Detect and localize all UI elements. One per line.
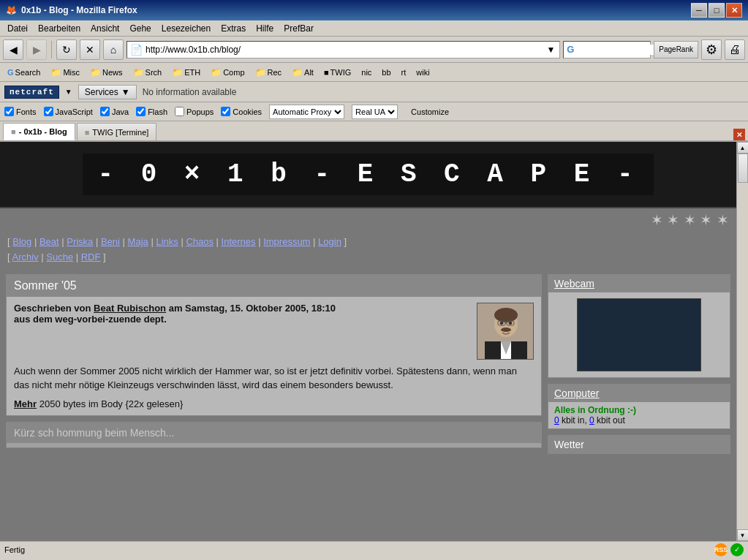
main-right: Webcam Computer Alles in Ord [548,274,730,454]
tab-blog[interactable]: ■ - 0x1b - Blog [3,123,75,140]
minimize-button[interactable]: ─ [691,3,707,18]
pref-java: Java [100,107,129,116]
nav-blog[interactable]: Blog [12,236,31,247]
title-bar-buttons: ─ □ ✕ [691,3,742,18]
blog-post-dept: aus dem weg-vorbei-zuende dept. [14,314,469,325]
scroll-track[interactable] [737,154,749,529]
address-dropdown[interactable]: ▼ [545,45,556,55]
nav-impressum[interactable]: Impressum [263,236,310,247]
status-icons: RSS ✓ [714,543,744,556]
tab-label-blog: - 0x1b - Blog [19,127,67,136]
bookmark-alt[interactable]: 📁 Alt [287,66,318,79]
menu-lesezeichen[interactable]: Lesezeichen [157,22,215,35]
partial-post-title: Kürz sch hommung beim Mensch... [7,423,541,443]
nav-rdf[interactable]: RDF [81,251,101,262]
mehr-link[interactable]: Mehr [14,398,37,409]
nav-suche[interactable]: Suche [46,251,73,262]
fonts-checkbox[interactable] [4,107,14,116]
webcam-widget: Webcam [548,274,730,378]
bookmark-bb[interactable]: bb [377,67,395,78]
computer-status: Alles in Ordnung :-) 0 kbit in, 0 kbit o… [554,405,724,425]
printer-button[interactable]: 🖨 [725,39,745,60]
nav-priska[interactable]: Priska [67,236,93,247]
flash-checkbox[interactable] [136,107,146,116]
gear-button[interactable]: ⚙ [701,39,722,60]
bookmark-comp[interactable]: 📁 Comp [206,66,249,79]
menu-bearbeiten[interactable]: Bearbeiten [34,22,85,35]
menu-gehe[interactable]: Gehe [125,22,155,35]
nav-login[interactable]: Login [318,236,341,247]
scroll-up-button[interactable]: ▲ [737,142,749,154]
footer-rest: 2050 bytes im Body {22x gelesen} [39,398,184,409]
tab-label-twig: TWIG [Termine] [92,128,148,137]
wetter-widget: Wetter [548,435,730,454]
folder-icon: 📁 [133,67,144,77]
menu-ansicht[interactable]: Ansicht [86,22,124,35]
forward-button[interactable]: ▶ [26,39,47,60]
nav-chaos[interactable]: Chaos [186,236,214,247]
scroll-down-button[interactable]: ▼ [737,529,749,541]
bookmark-wiki[interactable]: wiki [412,67,434,78]
title-bar: 🦊 0x1b - Blog - Mozilla Firefox ─ □ ✕ [0,0,748,20]
search-box: G [563,41,651,58]
menu-hilfe[interactable]: Hilfe [252,22,278,35]
menu-extras[interactable]: Extras [216,22,250,35]
blog-post-body: Geschrieben von Beat Rubischon am Samsta… [7,297,541,415]
stop-button[interactable]: ✕ [80,39,100,60]
folder-icon: 📁 [50,67,61,77]
page-area: - 0 × 1 b - E S C A P E - ✶ ✶ ✶ ✶ ✶ [ Bl… [0,142,736,541]
bookmark-misc[interactable]: 📁 Misc [46,66,84,79]
nav-beni[interactable]: Beni [101,236,120,247]
ua-select[interactable]: Real UA IE 6 Firefox [352,105,398,119]
cookies-checkbox[interactable] [221,107,230,116]
scroll-thumb[interactable] [738,154,748,183]
menu-prefbar[interactable]: PrefBar [279,22,318,35]
netcraft-dropdown-arrow[interactable]: ▼ [65,88,72,96]
javascript-checkbox[interactable] [44,107,53,116]
bookmark-search[interactable]: G Search [3,67,45,78]
bookmark-news[interactable]: 📁 News [86,66,127,79]
customize-button[interactable]: Customize [405,106,455,118]
cookies-label: Cookies [233,107,262,116]
title-bar-left: 🦊 0x1b - Blog - Mozilla Firefox [6,5,137,15]
menu-datei[interactable]: Datei [3,22,32,35]
webcam-link[interactable]: Webcam [554,278,594,290]
kbit-in-link[interactable]: 0 [554,415,559,425]
java-checkbox[interactable] [100,107,110,116]
bookmark-twig[interactable]: ■ TWIG [320,67,355,78]
pref-cookies: Cookies [221,107,262,116]
services-button[interactable]: Services ▼ [78,85,137,99]
back-button[interactable]: ◀ [3,39,23,60]
author-link[interactable]: Beat Rubischon [94,303,166,314]
nav-links[interactable]: Links [156,236,178,247]
computer-title: Computer [548,385,730,402]
nav-maja[interactable]: Maja [128,236,148,247]
flash-label: Flash [148,107,167,116]
nav-archiv[interactable]: Archiv [12,251,39,262]
address-input[interactable] [146,45,545,55]
kbit-out-link[interactable]: 0 [589,415,594,425]
proxy-select[interactable]: Automatic Proxy No Proxy Manual Proxy [269,105,344,119]
nav-internes[interactable]: Internes [222,236,256,247]
bookmark-eth[interactable]: 📁 ETH [167,66,205,79]
computer-link[interactable]: Computer [554,387,599,399]
bookmark-nic[interactable]: nic [357,67,376,78]
netcraft-bar: пetcraft ▼ Services ▼ No information ava… [0,82,748,102]
bookmark-srch[interactable]: 📁 Srch [129,66,167,79]
bookmarks-bar: G Search 📁 Misc 📁 News 📁 Srch 📁 ETH 📁 Co… [0,63,748,82]
bookmark-rec[interactable]: 📁 Rec [251,66,287,79]
tab-twig[interactable]: ■ TWIG [Termine] [77,123,157,140]
home-button[interactable]: ⌂ [103,39,124,60]
tab-close-button[interactable]: ✕ [733,129,745,140]
reload-button[interactable]: ↻ [56,39,77,60]
computer-body: Alles in Ordnung :-) 0 kbit in, 0 kbit o… [548,402,730,428]
close-button[interactable]: ✕ [726,3,742,18]
popups-checkbox[interactable] [175,107,184,116]
bookmark-rt[interactable]: rt [397,67,411,78]
twig-icon: ■ [324,68,329,77]
maximize-button[interactable]: □ [709,3,725,18]
nav-beat[interactable]: Beat [39,236,59,247]
pagerank-button[interactable]: PageRank [654,41,698,58]
webcam-image [577,298,701,371]
blog-post-author-line: Geschrieben von Beat Rubischon am Samsta… [14,303,469,314]
